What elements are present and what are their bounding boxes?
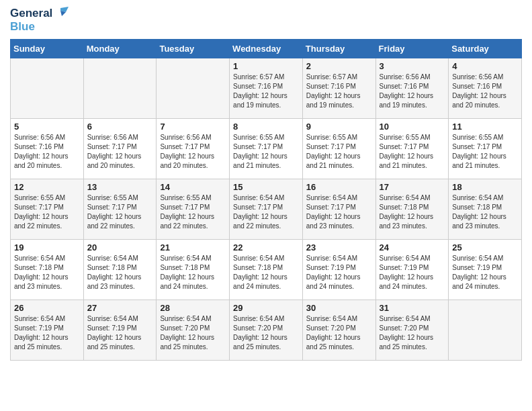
- day-number: 2: [306, 61, 372, 71]
- day-cell: 10Sunrise: 6:55 AM Sunset: 7:17 PM Dayli…: [375, 119, 449, 179]
- logo-first-line: General: [10, 7, 69, 20]
- day-cell: 27Sunrise: 6:54 AM Sunset: 7:19 PM Dayli…: [83, 300, 157, 361]
- header-cell-saturday: Saturday: [449, 40, 522, 58]
- day-cell: 28Sunrise: 6:54 AM Sunset: 7:20 PM Dayli…: [157, 300, 230, 361]
- day-number: 6: [87, 122, 153, 132]
- day-cell: 23Sunrise: 6:54 AM Sunset: 7:19 PM Dayli…: [302, 240, 375, 300]
- day-number: 31: [380, 303, 445, 313]
- day-info: Sunrise: 6:54 AM Sunset: 7:20 PM Dayligh…: [306, 314, 372, 352]
- day-number: 30: [306, 303, 372, 313]
- day-number: 7: [160, 122, 226, 132]
- day-cell: 9Sunrise: 6:55 AM Sunset: 7:17 PM Daylig…: [302, 119, 375, 179]
- day-cell: 1Sunrise: 6:57 AM Sunset: 7:16 PM Daylig…: [230, 58, 303, 119]
- day-cell: 6Sunrise: 6:56 AM Sunset: 7:17 PM Daylig…: [83, 119, 157, 179]
- day-info: Sunrise: 6:54 AM Sunset: 7:18 PM Dayligh…: [87, 254, 153, 291]
- day-number: 8: [233, 122, 299, 132]
- day-number: 1: [233, 61, 299, 71]
- day-cell: 3Sunrise: 6:56 AM Sunset: 7:16 PM Daylig…: [375, 58, 449, 119]
- day-cell: 2Sunrise: 6:57 AM Sunset: 7:16 PM Daylig…: [302, 58, 375, 119]
- day-cell: 26Sunrise: 6:54 AM Sunset: 7:19 PM Dayli…: [11, 300, 84, 361]
- week-row-4: 26Sunrise: 6:54 AM Sunset: 7:19 PM Dayli…: [11, 300, 522, 361]
- day-cell: 20Sunrise: 6:54 AM Sunset: 7:18 PM Dayli…: [83, 240, 157, 300]
- day-number: 26: [14, 303, 80, 313]
- day-number: 15: [233, 182, 299, 192]
- day-cell: 30Sunrise: 6:54 AM Sunset: 7:20 PM Dayli…: [302, 300, 375, 361]
- logo-container: General Blue: [10, 7, 69, 34]
- day-info: Sunrise: 6:54 AM Sunset: 7:18 PM Dayligh…: [380, 193, 445, 231]
- day-cell: 19Sunrise: 6:54 AM Sunset: 7:18 PM Dayli…: [11, 240, 84, 300]
- day-number: 4: [452, 61, 518, 71]
- page: General Blue SundayMondayTuesdayWednesda…: [0, 0, 532, 371]
- week-row-0: 1Sunrise: 6:57 AM Sunset: 7:16 PM Daylig…: [11, 58, 522, 119]
- logo-text-block: General Blue: [10, 7, 69, 34]
- day-info: Sunrise: 6:54 AM Sunset: 7:19 PM Dayligh…: [452, 254, 518, 291]
- day-number: 9: [306, 122, 372, 132]
- day-number: 22: [233, 242, 299, 253]
- header-cell-tuesday: Tuesday: [157, 40, 230, 58]
- day-cell: [449, 300, 522, 361]
- day-cell: 11Sunrise: 6:55 AM Sunset: 7:17 PM Dayli…: [449, 119, 522, 179]
- day-cell: 31Sunrise: 6:54 AM Sunset: 7:20 PM Dayli…: [375, 300, 449, 361]
- day-info: Sunrise: 6:56 AM Sunset: 7:16 PM Dayligh…: [14, 133, 80, 171]
- logo: General Blue: [10, 7, 69, 34]
- day-number: 21: [160, 242, 226, 253]
- day-info: Sunrise: 6:54 AM Sunset: 7:18 PM Dayligh…: [452, 193, 518, 231]
- day-number: 13: [87, 182, 153, 192]
- day-number: 20: [87, 242, 153, 253]
- day-number: 27: [87, 303, 153, 313]
- day-number: 19: [14, 242, 80, 253]
- header-cell-friday: Friday: [375, 40, 449, 58]
- day-info: Sunrise: 6:55 AM Sunset: 7:17 PM Dayligh…: [452, 133, 518, 171]
- day-number: 28: [160, 303, 226, 313]
- day-cell: [83, 58, 157, 119]
- day-info: Sunrise: 6:54 AM Sunset: 7:19 PM Dayligh…: [380, 254, 445, 291]
- logo-general: General: [10, 7, 52, 20]
- day-cell: 25Sunrise: 6:54 AM Sunset: 7:19 PM Dayli…: [449, 240, 522, 300]
- day-number: 16: [306, 182, 372, 192]
- day-info: Sunrise: 6:54 AM Sunset: 7:17 PM Dayligh…: [306, 193, 372, 231]
- day-cell: [11, 58, 84, 119]
- day-cell: 21Sunrise: 6:54 AM Sunset: 7:18 PM Dayli…: [157, 240, 230, 300]
- day-cell: [157, 58, 230, 119]
- logo-blue: Blue: [10, 20, 35, 34]
- week-row-1: 5Sunrise: 6:56 AM Sunset: 7:16 PM Daylig…: [11, 119, 522, 179]
- day-info: Sunrise: 6:54 AM Sunset: 7:17 PM Dayligh…: [233, 193, 299, 231]
- header-row: SundayMondayTuesdayWednesdayThursdayFrid…: [11, 40, 522, 58]
- day-info: Sunrise: 6:55 AM Sunset: 7:17 PM Dayligh…: [306, 133, 372, 171]
- week-row-2: 12Sunrise: 6:55 AM Sunset: 7:17 PM Dayli…: [11, 179, 522, 240]
- day-info: Sunrise: 6:55 AM Sunset: 7:17 PM Dayligh…: [233, 133, 299, 171]
- day-number: 10: [380, 122, 445, 132]
- day-number: 12: [14, 182, 80, 192]
- logo-bird-icon: [54, 7, 69, 20]
- day-cell: 22Sunrise: 6:54 AM Sunset: 7:18 PM Dayli…: [230, 240, 303, 300]
- day-cell: 4Sunrise: 6:56 AM Sunset: 7:16 PM Daylig…: [449, 58, 522, 119]
- day-number: 25: [452, 242, 518, 253]
- day-number: 23: [306, 242, 372, 253]
- day-cell: 16Sunrise: 6:54 AM Sunset: 7:17 PM Dayli…: [302, 179, 375, 240]
- day-info: Sunrise: 6:54 AM Sunset: 7:20 PM Dayligh…: [233, 314, 299, 352]
- day-info: Sunrise: 6:54 AM Sunset: 7:19 PM Dayligh…: [306, 254, 372, 291]
- day-info: Sunrise: 6:55 AM Sunset: 7:17 PM Dayligh…: [87, 193, 153, 231]
- header-cell-wednesday: Wednesday: [230, 40, 303, 58]
- day-info: Sunrise: 6:57 AM Sunset: 7:16 PM Dayligh…: [233, 73, 299, 110]
- day-cell: 24Sunrise: 6:54 AM Sunset: 7:19 PM Dayli…: [375, 240, 449, 300]
- day-cell: 18Sunrise: 6:54 AM Sunset: 7:18 PM Dayli…: [449, 179, 522, 240]
- header: General Blue: [10, 7, 522, 34]
- day-cell: 14Sunrise: 6:55 AM Sunset: 7:17 PM Dayli…: [157, 179, 230, 240]
- day-info: Sunrise: 6:56 AM Sunset: 7:17 PM Dayligh…: [87, 133, 153, 171]
- day-info: Sunrise: 6:55 AM Sunset: 7:17 PM Dayligh…: [380, 133, 445, 171]
- day-info: Sunrise: 6:54 AM Sunset: 7:18 PM Dayligh…: [233, 254, 299, 291]
- day-info: Sunrise: 6:56 AM Sunset: 7:16 PM Dayligh…: [452, 73, 518, 110]
- day-info: Sunrise: 6:54 AM Sunset: 7:20 PM Dayligh…: [160, 314, 226, 352]
- day-info: Sunrise: 6:56 AM Sunset: 7:17 PM Dayligh…: [160, 133, 226, 171]
- day-info: Sunrise: 6:54 AM Sunset: 7:19 PM Dayligh…: [87, 314, 153, 352]
- day-cell: 29Sunrise: 6:54 AM Sunset: 7:20 PM Dayli…: [230, 300, 303, 361]
- day-info: Sunrise: 6:54 AM Sunset: 7:19 PM Dayligh…: [14, 314, 80, 352]
- day-info: Sunrise: 6:55 AM Sunset: 7:17 PM Dayligh…: [160, 193, 226, 231]
- day-cell: 13Sunrise: 6:55 AM Sunset: 7:17 PM Dayli…: [83, 179, 157, 240]
- day-info: Sunrise: 6:55 AM Sunset: 7:17 PM Dayligh…: [14, 193, 80, 231]
- day-cell: 5Sunrise: 6:56 AM Sunset: 7:16 PM Daylig…: [11, 119, 84, 179]
- day-number: 3: [380, 61, 445, 71]
- day-number: 11: [452, 122, 518, 132]
- day-info: Sunrise: 6:54 AM Sunset: 7:18 PM Dayligh…: [14, 254, 80, 291]
